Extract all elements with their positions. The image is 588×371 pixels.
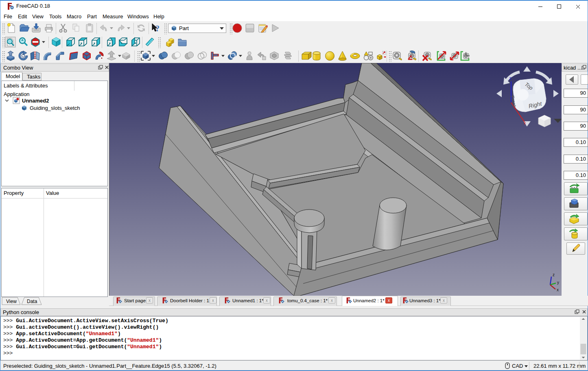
svg-text:Data: Data xyxy=(27,299,37,304)
svg-text:z: z xyxy=(553,273,555,277)
svg-text:x: x xyxy=(524,120,526,125)
svg-text:x: x xyxy=(557,288,559,292)
svg-text:z: z xyxy=(509,76,511,81)
svg-text:View: View xyxy=(6,299,17,304)
svg-text:y: y xyxy=(557,280,559,285)
svg-text:?: ? xyxy=(155,24,160,33)
